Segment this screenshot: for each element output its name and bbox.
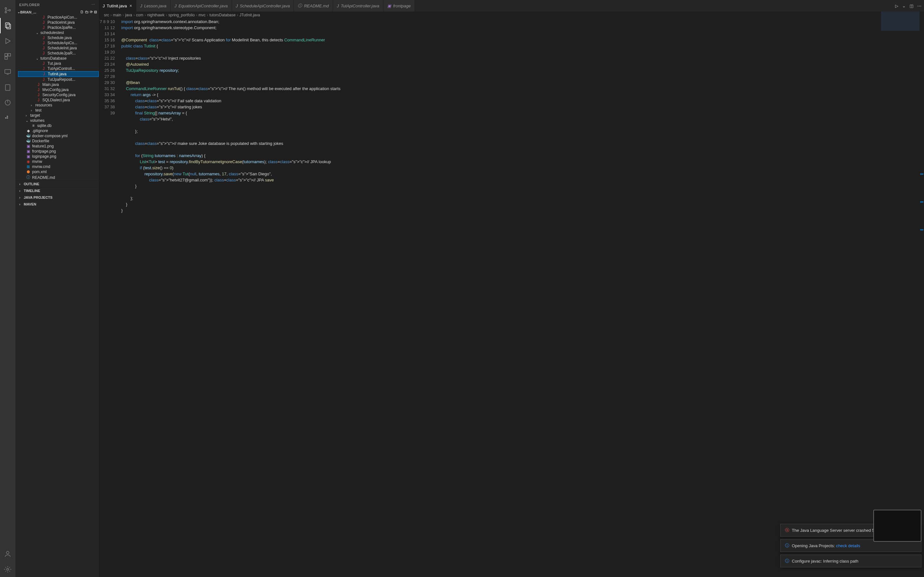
folder-schedulestest[interactable]: ⌄schedulestest	[18, 30, 99, 35]
file-loginpage.png[interactable]: ▣loginpage.png	[18, 154, 99, 159]
file-mvnw[interactable]: ◉mvnw	[18, 159, 99, 164]
file-feature1.png[interactable]: ▣feature1.png	[18, 143, 99, 149]
tree-label: schedulestest	[40, 31, 64, 35]
new-file-icon[interactable]: 🗋	[80, 10, 84, 14]
svg-rect-13	[7, 116, 8, 117]
source-control-icon[interactable]	[0, 3, 15, 18]
account-icon[interactable]	[0, 546, 15, 562]
panel-maven[interactable]: ›MAVEN	[15, 201, 99, 207]
file-TutJpaReposit...[interactable]: JTutJpaReposit...	[18, 77, 99, 82]
tree-label: ScheduleInit.java	[47, 46, 77, 50]
breadcrumb-item[interactable]: mvc	[199, 13, 206, 17]
file-SecurityConfig.java[interactable]: JSecurityConfig.java	[18, 92, 99, 97]
notification[interactable]: ⓘConfigure javac: Inferring class path	[780, 554, 921, 567]
workspace-header[interactable]: ⌄ BRIAN_... 🗋 🗀 ⟳ ⊟	[15, 9, 99, 15]
settings-icon[interactable]	[0, 562, 15, 577]
tab-README.md[interactable]: ⓘREADME.md	[294, 0, 333, 11]
file-ScheduleApiCo...[interactable]: JScheduleApiCo...	[18, 40, 99, 45]
code-content[interactable]: import org.springframework.context.annot…	[121, 19, 924, 577]
file-sqlite.db[interactable]: ≡sqlite.db	[18, 123, 99, 128]
extensions-icon[interactable]	[0, 49, 15, 64]
power-icon[interactable]	[0, 95, 15, 110]
file-frontpage.png[interactable]: ▣frontpage.png	[18, 149, 99, 154]
collapse-icon[interactable]: ⊟	[94, 10, 97, 14]
file-ScheduleJpaR...[interactable]: JScheduleJpaR...	[18, 51, 99, 56]
refresh-icon[interactable]: ⟳	[90, 10, 93, 14]
folder-volumes[interactable]: ⌄volumes	[18, 118, 99, 123]
file-Schedule.java[interactable]: JSchedule.java	[18, 35, 99, 40]
tree-label: README.md	[32, 175, 55, 180]
folder-test[interactable]: ›test	[18, 108, 99, 113]
tree-label: loginpage.png	[32, 154, 56, 159]
file-PracticeInit.java[interactable]: JPracticeInit.java	[18, 20, 99, 25]
file-TutInit.java[interactable]: JTutInit.java	[18, 71, 99, 77]
svg-point-2	[9, 10, 11, 11]
run-dropdown-icon[interactable]: ⌄	[902, 3, 906, 8]
run-debug-icon[interactable]	[0, 33, 15, 49]
breadcrumb[interactable]: src›main›java›com›nighthawk›spring_portf…	[99, 11, 924, 19]
breadcrumb-sep: ›	[123, 13, 124, 17]
overview-ruler[interactable]	[919, 11, 924, 570]
more-icon[interactable]: ⋯	[917, 3, 921, 8]
breadcrumb-item[interactable]: src	[104, 13, 109, 17]
file-Main.java[interactable]: JMain.java	[18, 82, 99, 87]
notification-link[interactable]: check details	[836, 543, 860, 548]
file-mvnw.cmd[interactable]: ⊞mvnw.cmd	[18, 164, 99, 169]
file-pom.xml[interactable]: ⬢pom.xml	[18, 169, 99, 174]
breadcrumb-item[interactable]: main	[113, 13, 121, 17]
breadcrumb-item[interactable]: spring_portfolio	[168, 13, 195, 17]
explorer-icon[interactable]	[0, 18, 15, 33]
file-PracticeApiCon...[interactable]: JPracticeApiCon...	[18, 15, 99, 20]
sidebar-title: EXPLORER	[19, 3, 40, 7]
tree-label: PracticeJpaRe...	[47, 25, 76, 30]
remote-icon[interactable]	[0, 64, 15, 79]
file-docker-compose.yml[interactable]: 🐳docker-compose.yml	[18, 133, 99, 139]
more-icon[interactable]: ⋯	[91, 3, 95, 7]
tree-label: Schedule.java	[47, 35, 71, 40]
file-SQLDialect.java[interactable]: JSQLDialect.java	[18, 97, 99, 103]
breadcrumb-item[interactable]: java	[125, 13, 132, 17]
breadcrumb-item[interactable]: nighthawk	[147, 13, 165, 17]
tree-label: docker-compose.yml	[32, 134, 68, 138]
tab-frontpage[interactable]: ▣frontpage	[383, 0, 415, 11]
folder-resources[interactable]: ›resources	[18, 103, 99, 108]
panel-outline[interactable]: ›OUTLINE	[15, 181, 99, 187]
breadcrumb-item[interactable]: tutorsDatabase	[210, 13, 236, 17]
svg-rect-5	[5, 53, 7, 56]
breadcrumb-item[interactable]: com	[136, 13, 144, 17]
file-.gitignore[interactable]: ◆.gitignore	[18, 128, 99, 133]
folder-tutorsDatabase[interactable]: ⌄tutorsDatabase	[18, 56, 99, 61]
picture-in-picture[interactable]	[873, 510, 921, 542]
editor[interactable]: 7 8 9 10 11 12 13 14 15 16 17 18 19 20 2…	[99, 19, 924, 577]
split-icon[interactable]: ◫	[909, 3, 913, 8]
file-PracticeJpaRe...[interactable]: JPracticeJpaRe...	[18, 25, 99, 30]
file-ScheduleInit.java[interactable]: JScheduleInit.java	[18, 45, 99, 51]
file-README.md[interactable]: ⓘREADME.md	[18, 174, 99, 181]
tab-ScheduleApiController.java[interactable]: JScheduleApiController.java	[232, 0, 294, 11]
tree-label: Main.java	[42, 82, 59, 87]
new-folder-icon[interactable]: 🗀	[85, 10, 89, 14]
tab-EquationApiController.java[interactable]: JEquationApiController.java	[171, 0, 232, 11]
minimap[interactable]	[881, 11, 919, 76]
run-icon[interactable]: ▷	[895, 3, 898, 8]
breadcrumb-sep: ›	[110, 13, 111, 17]
tree-label: resources	[35, 103, 52, 107]
tab-TutApiController.java[interactable]: JTutApiController.java	[333, 0, 383, 11]
file-MvcConfig.java[interactable]: JMvcConfig.java	[18, 87, 99, 92]
svg-rect-6	[8, 53, 11, 56]
folder-target[interactable]: ›target	[18, 113, 99, 118]
activity-bar	[0, 0, 15, 577]
file-Tut.java[interactable]: JTut.java	[18, 61, 99, 66]
tree-label: ScheduleApiCo...	[47, 41, 78, 45]
panel-timeline[interactable]: ›TIMELINE	[15, 187, 99, 194]
bookmark-icon[interactable]	[0, 79, 15, 95]
breadcrumb-item[interactable]: TutInit.java	[241, 13, 260, 17]
tab-Lesson.java[interactable]: JLesson.java	[136, 0, 171, 11]
svg-point-1	[5, 11, 7, 13]
tab-TutInit.java[interactable]: JTutInit.java×	[99, 0, 136, 11]
file-TutApiControll...[interactable]: JTutApiControll...	[18, 66, 99, 71]
file-Dockerfile[interactable]: 🐳Dockerfile	[18, 139, 99, 143]
panel-java-projects[interactable]: ›JAVA PROJECTS	[15, 194, 99, 201]
close-icon[interactable]: ×	[129, 3, 132, 8]
docker-icon[interactable]	[0, 110, 15, 126]
